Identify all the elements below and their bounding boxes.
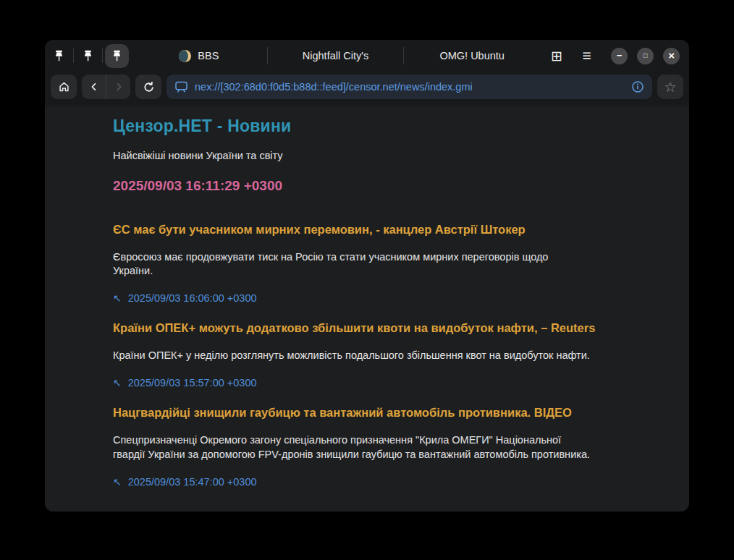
page-subtitle: Найсвіжіші новини України та світу xyxy=(113,150,660,161)
menu-button[interactable]: ≡ xyxy=(577,46,597,65)
article-time-label: 2025/09/03 16:06:00 +0300 xyxy=(128,292,257,304)
pinned-tab-1[interactable] xyxy=(45,40,73,72)
article-heading: Нацгвардійці знищили гаубицю та вантажни… xyxy=(113,406,620,420)
window-controls: − □ × xyxy=(611,48,680,64)
article-time-link[interactable]: ↖ 2025/09/03 16:06:00 +0300 xyxy=(113,292,660,304)
info-icon[interactable] xyxy=(631,80,644,93)
maximize-icon: □ xyxy=(644,53,647,59)
tab-label: Nightfall City's xyxy=(303,50,368,61)
page-title: Цензор.НЕТ - Новини xyxy=(113,116,660,136)
article-summary: Євросоюз має продовжувати тиск на Росію … xyxy=(113,250,591,278)
tab-bbs[interactable]: BBS xyxy=(131,40,267,72)
home-icon xyxy=(58,81,70,93)
close-button[interactable]: × xyxy=(663,48,680,64)
article-heading: ЄС має бути учасником мирних перемовин, … xyxy=(113,223,620,237)
tab-controls: ⊞ ≡ − □ × xyxy=(540,46,689,65)
page-content: Цензор.НЕТ - Новини Найсвіжіші новини Ук… xyxy=(45,106,689,512)
star-icon: ☆ xyxy=(664,79,676,96)
article-3: Нацгвардійці знищили гаубицю та вантажни… xyxy=(113,406,660,487)
new-tab-icon: ⊞ xyxy=(551,48,562,64)
hamburger-icon: ≡ xyxy=(582,47,591,64)
pin-icon xyxy=(83,50,93,62)
maximize-button[interactable]: □ xyxy=(637,48,654,64)
moon-icon xyxy=(179,50,191,62)
chevron-right-icon xyxy=(113,81,125,93)
nw-arrow-icon: ↖ xyxy=(113,378,122,388)
minimize-button[interactable]: − xyxy=(611,48,628,64)
home-button[interactable] xyxy=(51,75,77,99)
article-summary: Країни ОПЕК+ у неділю розглянуть можливі… xyxy=(113,349,591,362)
nw-arrow-icon: ↖ xyxy=(113,293,122,303)
new-tab-button[interactable]: ⊞ xyxy=(547,46,566,65)
tab-omg-ubuntu[interactable]: OMG! Ubuntu xyxy=(404,40,540,72)
terminal-icon xyxy=(174,81,188,93)
pinned-tab-2[interactable] xyxy=(74,40,102,72)
article-time-link[interactable]: ↖ 2025/09/03 15:47:00 +0300 xyxy=(113,476,660,488)
article-time-label: 2025/09/03 15:57:00 +0300 xyxy=(128,377,257,389)
url-text[interactable]: nex://[302:68d0:f0d5:b88d::feed]/censor.… xyxy=(195,81,625,93)
tab-label: OMG! Ubuntu xyxy=(439,50,504,61)
article-2: Країни ОПЕК+ можуть додатково збільшити … xyxy=(113,321,660,389)
article-heading: Країни ОПЕК+ можуть додатково збільшити … xyxy=(113,321,620,335)
close-icon: × xyxy=(668,50,675,61)
article-time-link[interactable]: ↖ 2025/09/03 15:57:00 +0300 xyxy=(113,377,660,389)
history-buttons xyxy=(82,75,130,99)
tab-label: BBS xyxy=(198,50,219,61)
chevron-left-icon xyxy=(88,81,100,93)
reload-icon xyxy=(143,81,155,93)
article-summary: Спецпризначенці Окремого загону спеціаль… xyxy=(113,433,591,461)
url-bar[interactable]: nex://[302:68d0:f0d5:b88d::feed]/censor.… xyxy=(166,75,652,99)
article-1: ЄС має бути учасником мирних перемовин, … xyxy=(113,223,660,304)
article-time-label: 2025/09/03 15:47:00 +0300 xyxy=(128,476,257,488)
bookmark-button[interactable]: ☆ xyxy=(657,75,683,99)
pinned-tab-3-active[interactable] xyxy=(103,40,131,72)
forward-button[interactable] xyxy=(106,75,130,99)
nw-arrow-icon: ↖ xyxy=(113,477,122,487)
back-button[interactable] xyxy=(82,75,106,99)
browser-window: BBS Nightfall City's OMG! Ubuntu ⊞ ≡ − □ xyxy=(45,40,689,512)
navigation-bar: nex://[302:68d0:f0d5:b88d::feed]/censor.… xyxy=(45,72,689,106)
tab-nightfall-citys[interactable]: Nightfall City's xyxy=(268,40,404,72)
pin-icon xyxy=(111,50,122,62)
feed-timestamp: 2025/09/03 16:11:29 +0300 xyxy=(113,178,660,194)
minimize-icon: − xyxy=(617,51,623,60)
reload-button[interactable] xyxy=(135,75,161,99)
pin-icon xyxy=(54,50,64,62)
tab-bar: BBS Nightfall City's OMG! Ubuntu ⊞ ≡ − □ xyxy=(45,40,689,72)
